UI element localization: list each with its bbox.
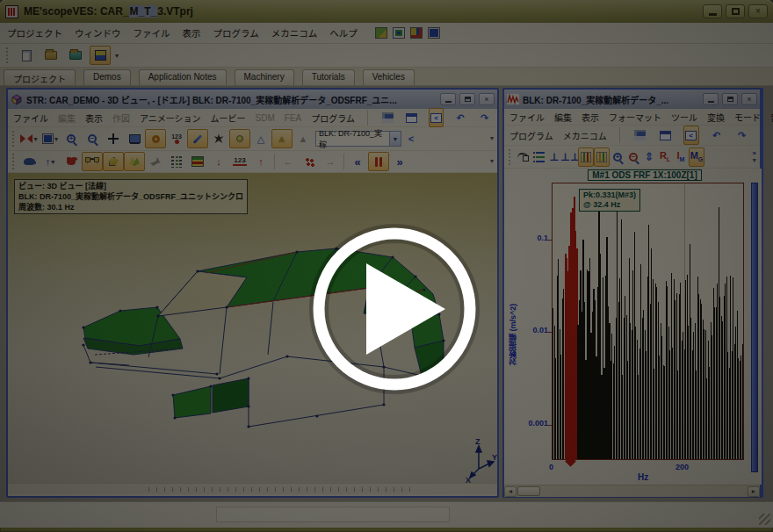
menu-sdm[interactable]: SDM [256, 113, 275, 123]
menu-edit[interactable]: 編集 [58, 111, 76, 125]
animation-pause-button[interactable] [368, 152, 389, 171]
project-window-button[interactable] [90, 46, 111, 65]
tab-project[interactable]: プロジェクト [4, 69, 76, 85]
model-button[interactable] [18, 152, 40, 171]
menu-fea[interactable]: FEA [285, 113, 301, 123]
surface-fill-button[interactable]: ▲ [271, 129, 293, 148]
spider-button[interactable] [208, 129, 229, 148]
toolbar-drag-handle[interactable] [12, 131, 16, 147]
structure-minimize-button[interactable] [440, 93, 456, 105]
redo-button[interactable]: ↷ [734, 126, 750, 145]
menu-file[interactable]: ファイル [134, 26, 170, 40]
tab-vehicles[interactable]: Vehicles [363, 69, 415, 85]
screen-button[interactable] [124, 129, 145, 148]
menu-window[interactable]: ウィンドウ [75, 26, 121, 40]
menu-mode[interactable]: モード [734, 111, 761, 124]
toolbar-overflow[interactable]: »▾ [753, 150, 758, 163]
menu-program[interactable]: プログラム [509, 129, 553, 142]
double-cursor-button[interactable]: ⊥⊥ [562, 147, 578, 167]
import-button[interactable] [65, 46, 86, 65]
menu-animation[interactable]: アニメーション [140, 111, 201, 125]
tile-vertical-icon[interactable] [410, 27, 423, 39]
magnitude-format-button[interactable]: MG [689, 147, 704, 167]
node-color-button[interactable] [229, 129, 250, 148]
menu-file[interactable]: ファイル [13, 111, 48, 125]
open-project-button[interactable] [40, 46, 61, 65]
tab-machinery[interactable]: Machinery [235, 69, 294, 85]
show-numbers-button[interactable]: 123 [166, 129, 187, 148]
surface-grey-button[interactable]: ▲ [293, 129, 314, 148]
interpolate-button[interactable] [82, 152, 103, 171]
menu-program[interactable]: プログラム [311, 111, 355, 125]
scroll-right-button[interactable]: ► [748, 486, 760, 497]
menu-format[interactable]: フォーマット [609, 111, 661, 124]
scatter-button[interactable] [299, 152, 320, 171]
step-back-button[interactable]: ← [278, 152, 299, 171]
menu-draw[interactable]: 作図 [112, 111, 130, 125]
undo-button[interactable]: ↶ [709, 126, 725, 145]
frf-spectrum-plot[interactable]: Pk:0.331(M#3) @ 32.4 Hz [552, 183, 744, 460]
horizontal-scrollbar[interactable]: ◄ ► [504, 485, 760, 497]
undeformed-button[interactable] [145, 152, 166, 171]
dock-window-button[interactable]: < [683, 126, 699, 145]
creature-button[interactable] [61, 152, 82, 171]
save-button[interactable] [380, 108, 395, 127]
pan-button[interactable] [103, 129, 124, 148]
new-file-button[interactable] [16, 46, 37, 65]
menu-mechanicom[interactable]: メカニコム [563, 129, 607, 142]
trace-assign-button[interactable] [515, 147, 531, 167]
tile-grid-icon[interactable] [428, 27, 440, 39]
amplitude-down-button[interactable]: ↓ [208, 152, 229, 171]
dock-window-button[interactable]: < [429, 108, 444, 127]
close-button[interactable]: × [748, 4, 768, 18]
frf-plot-area[interactable]: M#1 ODS FRF 1X:100Z[1] 対数振幅 (m/s^2) 0.1 … [504, 169, 762, 485]
window-button[interactable] [658, 126, 674, 145]
datablock-titlebar[interactable]: BLK: DR-7100_実稼動解析データ_... × [504, 90, 760, 109]
menu-project[interactable]: プロジェクト [7, 26, 62, 40]
show-lines-button[interactable] [187, 129, 208, 148]
scrollbar-thumb[interactable] [517, 486, 540, 496]
redo-button[interactable]: ↷ [477, 108, 492, 127]
scroll-left-button[interactable]: ◄ [504, 486, 517, 497]
undo-button[interactable]: ↶ [453, 108, 468, 127]
zoom-in-button[interactable]: + [610, 147, 625, 167]
peak-cursor-button[interactable] [594, 147, 610, 167]
window-button[interactable] [405, 108, 420, 127]
structure-titlebar[interactable]: STR: CAR_DEMO - 3D ビュー, - [ドエル] BLK: DR-… [8, 90, 497, 109]
maximize-button[interactable] [726, 4, 745, 18]
dashed-lines-button[interactable] [166, 152, 187, 171]
cascade-windows-icon[interactable] [393, 27, 405, 39]
tab-tutorials[interactable]: Tutorials [302, 69, 355, 85]
block-source-combo[interactable]: BLK: DR-7100_実稼▼ [315, 131, 401, 147]
resize-grip[interactable] [759, 514, 770, 525]
datablock-close-button[interactable]: × [741, 93, 757, 105]
imaginary-format-button[interactable]: IM [673, 147, 689, 167]
main-titlebar[interactable]: ME'scopeVES: CAR_M_T_3.VTprj × [0, 0, 773, 23]
menu-transform[interactable]: 変換 [707, 111, 725, 124]
back-button[interactable]: < [403, 129, 419, 148]
show-points-button[interactable] [145, 129, 166, 148]
zoom-out-button[interactable]: − [82, 129, 103, 148]
menu-tools[interactable]: ツール [671, 111, 697, 124]
toolbar-drag-handle[interactable] [12, 154, 16, 169]
zoom-out-button[interactable]: − [625, 147, 641, 167]
autoscale-button[interactable]: ⇕ [641, 147, 657, 167]
save-button[interactable] [632, 126, 648, 145]
menu-file[interactable]: ファイル [509, 111, 545, 124]
deform-button[interactable] [124, 152, 145, 171]
amplitude-value-button[interactable]: 123 [229, 152, 250, 171]
menu-mechanicom[interactable]: メカニコム [271, 26, 318, 40]
band-cursor-button[interactable] [578, 147, 594, 167]
menu-help[interactable]: ヘルプ [329, 26, 358, 40]
axes-button[interactable]: ↑▾ [40, 152, 61, 171]
tab-demos[interactable]: Demos [83, 69, 131, 85]
menu-view[interactable]: 表示 [183, 26, 201, 40]
menu-program[interactable]: プログラム [213, 26, 259, 40]
zoom-in-button[interactable]: + [61, 129, 82, 148]
toolbar-drag-handle[interactable] [6, 47, 10, 63]
toolbar-overflow[interactable]: ▾ [490, 158, 495, 164]
structure-restore-button[interactable] [459, 93, 475, 105]
real-format-button[interactable]: RL [657, 147, 673, 167]
trace-list-button[interactable] [531, 147, 546, 167]
datablock-restore-button[interactable] [722, 93, 738, 105]
